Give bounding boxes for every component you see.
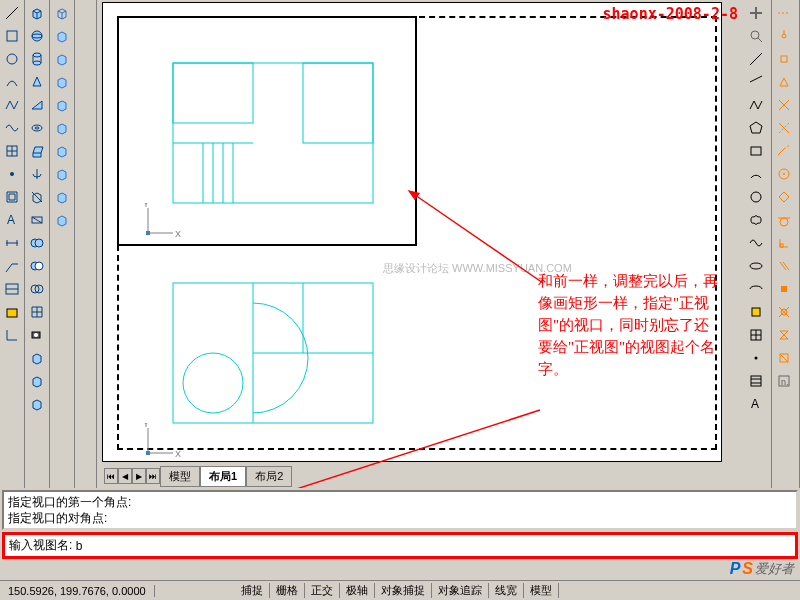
- tool-pan[interactable]: [745, 2, 767, 24]
- tool-snap-qua[interactable]: [773, 186, 795, 208]
- tool-box[interactable]: [1, 25, 23, 47]
- tool-snap-par[interactable]: [773, 255, 795, 277]
- tool-snap-tan[interactable]: [773, 209, 795, 231]
- tool-hatch3[interactable]: [745, 370, 767, 392]
- tool-make-block[interactable]: [745, 324, 767, 346]
- tool-revcloud[interactable]: [745, 209, 767, 231]
- tool-text[interactable]: A: [1, 209, 23, 231]
- tool-iso-h[interactable]: [51, 163, 73, 185]
- tab-layout2[interactable]: 布局2: [246, 466, 292, 487]
- tool-hatch[interactable]: [1, 140, 23, 162]
- tool-dim[interactable]: [1, 232, 23, 254]
- tool-iso-i[interactable]: [51, 186, 73, 208]
- toolbar-col-2: [25, 0, 50, 488]
- status-otrack[interactable]: 对象追踪: [432, 583, 489, 598]
- tool-box-c[interactable]: [26, 393, 48, 415]
- tool-iso-j[interactable]: [51, 209, 73, 231]
- tool-line[interactable]: [1, 2, 23, 24]
- tool-insert[interactable]: [745, 301, 767, 323]
- tab-nav-first[interactable]: ⏮: [104, 468, 118, 484]
- tool-section[interactable]: [26, 209, 48, 231]
- tool-leader[interactable]: [1, 255, 23, 277]
- tool-iso-g[interactable]: [51, 140, 73, 162]
- status-grid[interactable]: 栅格: [270, 583, 305, 598]
- tool-snap-int[interactable]: [773, 94, 795, 116]
- tool-snap-ext[interactable]: [773, 140, 795, 162]
- tool-spline[interactable]: [1, 117, 23, 139]
- tool-snap-none[interactable]: [773, 347, 795, 369]
- tool-iso-f[interactable]: [51, 117, 73, 139]
- tab-nav-last[interactable]: ⏭: [146, 468, 160, 484]
- status-snap[interactable]: 捕捉: [235, 583, 270, 598]
- tool-snap-node[interactable]: [773, 301, 795, 323]
- tool-polygon[interactable]: [745, 117, 767, 139]
- status-lweight[interactable]: 线宽: [489, 583, 524, 598]
- tool-arc[interactable]: [1, 71, 23, 93]
- tool-iso-b[interactable]: [51, 25, 73, 47]
- tool-table[interactable]: [1, 278, 23, 300]
- tool-osnap-settings[interactable]: n.: [773, 370, 795, 392]
- tool-region[interactable]: [1, 186, 23, 208]
- tool-camera[interactable]: [26, 324, 48, 346]
- tool-ray[interactable]: [745, 71, 767, 93]
- tool-wedge[interactable]: [26, 94, 48, 116]
- tool-cube3d[interactable]: [26, 2, 48, 24]
- tool-snap-ins[interactable]: [773, 278, 795, 300]
- tool-zoom[interactable]: [745, 25, 767, 47]
- tool-snap-mid[interactable]: [773, 71, 795, 93]
- tool-ellipse[interactable]: [745, 255, 767, 277]
- tool-slice[interactable]: [26, 186, 48, 208]
- tool-block[interactable]: [1, 301, 23, 323]
- tab-nav-prev[interactable]: ◀: [118, 468, 132, 484]
- tool-box-a[interactable]: [26, 347, 48, 369]
- tool-snap-perp[interactable]: [773, 232, 795, 254]
- paper-space[interactable]: Y X Y X 思缘设计论坛 WWW.MISSYUAN.COM: [102, 2, 722, 462]
- tool-point[interactable]: [1, 163, 23, 185]
- tool-line2[interactable]: [745, 48, 767, 70]
- svg-point-64: [755, 357, 758, 360]
- tool-point2[interactable]: [745, 347, 767, 369]
- tool-mesh[interactable]: [26, 301, 48, 323]
- tool-pline2[interactable]: [745, 94, 767, 116]
- tool-union[interactable]: [26, 232, 48, 254]
- tool-extrude[interactable]: [26, 140, 48, 162]
- tool-cone[interactable]: [26, 71, 48, 93]
- status-polar[interactable]: 极轴: [340, 583, 375, 598]
- tool-iso-d[interactable]: [51, 71, 73, 93]
- tool-ellipse-arc[interactable]: [745, 278, 767, 300]
- tool-rect2[interactable]: [745, 140, 767, 162]
- tool-iso-c[interactable]: [51, 48, 73, 70]
- tool-revolve[interactable]: [26, 163, 48, 185]
- svg-rect-31: [173, 63, 253, 123]
- tool-pline[interactable]: [1, 94, 23, 116]
- tool-snap-appint[interactable]: [773, 117, 795, 139]
- tool-iso-a[interactable]: [51, 2, 73, 24]
- svg-point-53: [751, 31, 759, 39]
- tool-intersect[interactable]: [26, 278, 48, 300]
- tool-iso-e[interactable]: [51, 94, 73, 116]
- tool-arc2[interactable]: [745, 163, 767, 185]
- tool-box-b[interactable]: [26, 370, 48, 392]
- command-input[interactable]: [76, 539, 276, 553]
- tool-text4[interactable]: A: [745, 393, 767, 415]
- tab-layout1[interactable]: 布局1: [200, 466, 246, 487]
- tool-spline2[interactable]: [745, 232, 767, 254]
- status-osnap[interactable]: 对象捕捉: [375, 583, 432, 598]
- tool-snap-end[interactable]: [773, 48, 795, 70]
- tool-subtract[interactable]: [26, 255, 48, 277]
- tool-snap-cen[interactable]: [773, 163, 795, 185]
- tool-circle2[interactable]: [745, 186, 767, 208]
- tool-cylinder[interactable]: [26, 48, 48, 70]
- tool-circle[interactable]: [1, 48, 23, 70]
- tool-torus[interactable]: [26, 117, 48, 139]
- tab-model[interactable]: 模型: [160, 466, 200, 487]
- tool-snap-from[interactable]: [773, 25, 795, 47]
- tool-temp-track[interactable]: [773, 2, 795, 24]
- command-input-line[interactable]: 输入视图名:: [2, 532, 798, 559]
- status-model[interactable]: 模型: [524, 583, 559, 598]
- tool-snap-near[interactable]: [773, 324, 795, 346]
- tool-sphere[interactable]: [26, 25, 48, 47]
- status-ortho[interactable]: 正交: [305, 583, 340, 598]
- tool-ucs[interactable]: [1, 324, 23, 346]
- tab-nav-next[interactable]: ▶: [132, 468, 146, 484]
